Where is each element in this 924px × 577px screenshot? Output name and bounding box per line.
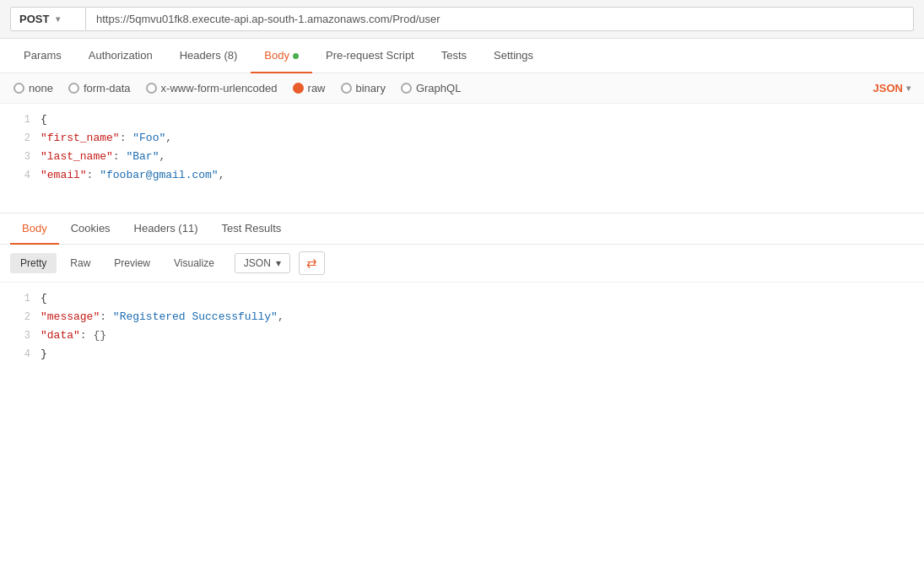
- response-json-selector[interactable]: JSON ▾: [235, 253, 290, 273]
- response-code-editor: 1 { 2 "message": "Registered Successfull…: [0, 283, 924, 384]
- format-raw[interactable]: Raw: [60, 253, 100, 273]
- response-json-chevron: ▾: [276, 257, 281, 269]
- radio-circle-urlencoded: [146, 83, 157, 94]
- tab-authorization[interactable]: Authorization: [75, 39, 166, 73]
- response-tab-cookies[interactable]: Cookies: [59, 213, 122, 245]
- radio-form-data[interactable]: form-data: [68, 82, 131, 94]
- tab-settings[interactable]: Settings: [480, 39, 547, 73]
- format-preview[interactable]: Preview: [104, 253, 160, 273]
- radio-circle-form-data: [68, 83, 79, 94]
- request-code-editor[interactable]: 1 { 2 "first_name": "Foo", 3 "last_name"…: [0, 104, 924, 213]
- tab-body[interactable]: Body: [251, 39, 312, 73]
- radio-binary[interactable]: binary: [341, 82, 386, 94]
- response-format-row: Pretty Raw Preview Visualize JSON ▾ ⇄: [0, 245, 924, 283]
- tab-prerequest[interactable]: Pre-request Script: [312, 39, 428, 73]
- radio-circle-graphql: [401, 83, 412, 94]
- radio-none[interactable]: none: [14, 82, 53, 94]
- radio-circle-raw: [293, 83, 304, 94]
- tab-tests[interactable]: Tests: [428, 39, 480, 73]
- wrap-button[interactable]: ⇄: [299, 251, 325, 275]
- format-visualize[interactable]: Visualize: [164, 253, 224, 273]
- resp-line-3: 3 "data": {}: [0, 326, 924, 345]
- radio-graphql[interactable]: GraphQL: [401, 82, 461, 94]
- response-tab-test-results[interactable]: Test Results: [209, 213, 293, 245]
- url-input[interactable]: [86, 7, 914, 31]
- method-select[interactable]: POST ▾: [10, 7, 86, 31]
- radio-urlencoded[interactable]: x-www-form-urlencoded: [146, 82, 278, 94]
- response-tab-body[interactable]: Body: [10, 213, 59, 245]
- wrap-icon: ⇄: [306, 256, 317, 271]
- resp-line-2: 2 "message": "Registered Successfully",: [0, 308, 924, 326]
- radio-circle-none: [14, 83, 24, 94]
- req-line-2: 2 "first_name": "Foo",: [0, 129, 924, 148]
- response-tabs: Body Cookies Headers (11) Test Results: [0, 213, 924, 245]
- url-bar: POST ▾: [0, 0, 924, 39]
- req-line-3: 3 "last_name": "Bar",: [0, 148, 924, 166]
- method-chevron: ▾: [56, 14, 60, 24]
- body-active-dot: [293, 53, 299, 59]
- method-label: POST: [19, 13, 49, 25]
- req-line-1: 1 {: [0, 111, 924, 129]
- radio-raw[interactable]: raw: [293, 82, 326, 94]
- json-chevron: ▾: [906, 84, 910, 93]
- tab-params[interactable]: Params: [10, 39, 75, 73]
- tab-headers[interactable]: Headers (8): [166, 39, 251, 73]
- body-type-row: none form-data x-www-form-urlencoded raw…: [0, 73, 924, 104]
- resp-line-4: 4 }: [0, 345, 924, 364]
- resp-line-1: 1 {: [0, 289, 924, 308]
- format-pretty[interactable]: Pretty: [10, 253, 57, 273]
- json-type-selector[interactable]: JSON ▾: [873, 82, 910, 94]
- response-tab-headers[interactable]: Headers (11): [122, 213, 210, 245]
- response-section: Body Cookies Headers (11) Test Results P…: [0, 213, 924, 384]
- radio-circle-binary: [341, 83, 352, 94]
- req-line-4: 4 "email": "foobar@gmail.com",: [0, 166, 924, 185]
- request-tabs: Params Authorization Headers (8) Body Pr…: [0, 39, 924, 73]
